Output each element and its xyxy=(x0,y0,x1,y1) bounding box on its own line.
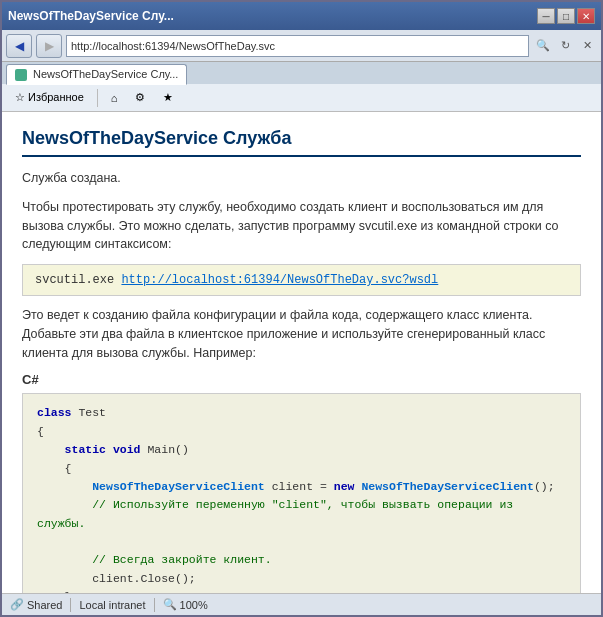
zone-label: Local intranet xyxy=(79,599,145,611)
back-button[interactable]: ◀ xyxy=(6,34,32,58)
status-separator-2 xyxy=(154,598,155,612)
home-button[interactable]: ⌂ xyxy=(104,87,125,109)
forward-button[interactable]: ▶ xyxy=(36,34,62,58)
tab-favicon xyxy=(15,69,27,81)
star-button[interactable]: ★ xyxy=(156,87,180,109)
favorites-button[interactable]: ☆ Избранное xyxy=(8,87,91,109)
content-area: NewsOfTheDayService Служба Служба создан… xyxy=(2,112,601,593)
title-bar: NewsOfTheDayService Слу... ─ □ ✕ xyxy=(2,2,601,30)
code-line: client.Close(); xyxy=(37,570,566,588)
status-shared: 🔗 Shared xyxy=(10,598,62,611)
code-line: class Test xyxy=(37,404,566,422)
shared-icon: 🔗 xyxy=(10,598,24,611)
csharp-label: C# xyxy=(22,372,581,387)
maximize-button[interactable]: □ xyxy=(557,8,575,24)
minimize-button[interactable]: ─ xyxy=(537,8,555,24)
address-icons: 🔍 ↻ ✕ xyxy=(533,35,597,57)
status-zoom: 🔍 100% xyxy=(163,598,208,611)
tab-label: NewsOfTheDayService Слу... xyxy=(33,68,178,80)
page-title: NewsOfTheDayService Служба xyxy=(22,128,581,157)
code-line xyxy=(37,533,566,551)
code-line: { xyxy=(37,423,566,441)
zoom-label: 100% xyxy=(180,599,208,611)
status-separator-1 xyxy=(70,598,71,612)
description-paragraph: Это ведет к созданию файла конфигурации … xyxy=(22,306,581,362)
tab-bar: NewsOfTheDayService Слу... xyxy=(2,62,601,84)
intro-paragraph-2: Чтобы протестировать эту службу, необход… xyxy=(22,198,581,254)
command-prefix: svcutil.exe xyxy=(35,273,121,287)
status-bar: 🔗 Shared Local intranet 🔍 100% xyxy=(2,593,601,615)
status-zone: Local intranet xyxy=(79,599,145,611)
search-dropdown-icon[interactable]: 🔍 xyxy=(533,35,553,57)
code-line: { xyxy=(37,460,566,478)
toolbar-separator xyxy=(97,89,98,107)
tab-newsofthedayservice[interactable]: NewsOfTheDayService Слу... xyxy=(6,64,187,85)
code-line: static void Main() xyxy=(37,441,566,459)
tools-button[interactable]: ⚙ xyxy=(128,87,152,109)
code-line: // Используйте переменную "client", чтоб… xyxy=(37,496,566,533)
title-bar-text: NewsOfTheDayService Слу... xyxy=(8,9,174,23)
zoom-icon: 🔍 xyxy=(163,598,177,611)
stop-icon[interactable]: ✕ xyxy=(577,35,597,57)
address-bar: ◀ ▶ 🔍 ↻ ✕ xyxy=(2,30,601,62)
address-input[interactable] xyxy=(66,35,529,57)
refresh-icon[interactable]: ↻ xyxy=(555,35,575,57)
toolbar: ☆ Избранное ⌂ ⚙ ★ xyxy=(2,84,601,112)
close-button[interactable]: ✕ xyxy=(577,8,595,24)
code-line: // Всегда закройте клиент. xyxy=(37,551,566,569)
intro-paragraph-1: Служба создана. xyxy=(22,169,581,188)
shared-label: Shared xyxy=(27,599,62,611)
command-box: svcutil.exe http://localhost:61394/NewsO… xyxy=(22,264,581,296)
browser-window: NewsOfTheDayService Слу... ─ □ ✕ ◀ ▶ 🔍 ↻… xyxy=(0,0,603,617)
code-line: NewsOfTheDayServiceClient client = new N… xyxy=(37,478,566,496)
csharp-code-block: class Test { static void Main() { NewsOf… xyxy=(22,393,581,593)
command-url-link[interactable]: http://localhost:61394/NewsOfTheDay.svc?… xyxy=(121,273,438,287)
title-bar-buttons: ─ □ ✕ xyxy=(537,8,595,24)
